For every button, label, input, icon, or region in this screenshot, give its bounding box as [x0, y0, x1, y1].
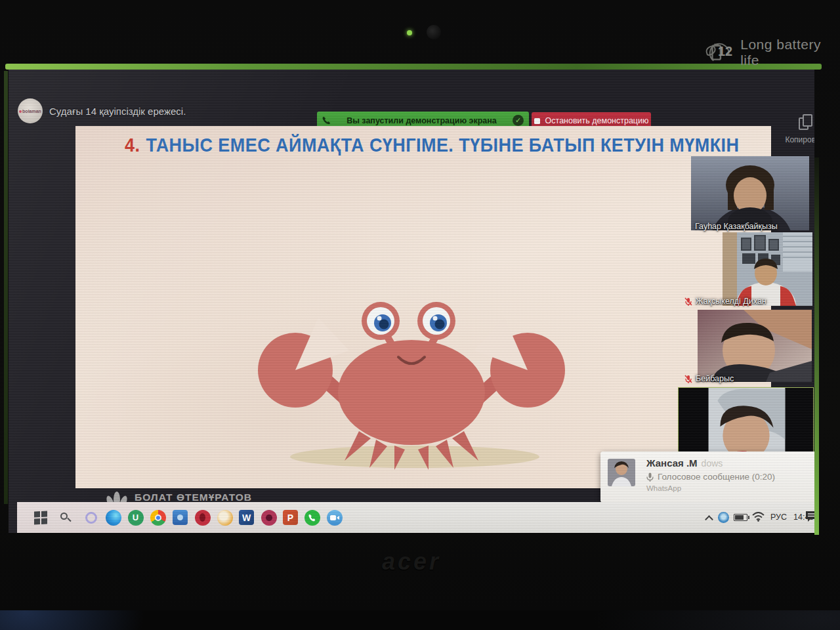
- participant-video-4[interactable]: [678, 387, 814, 458]
- sticker-hours: 12: [718, 44, 732, 59]
- battery-12h-icon: 12: [704, 38, 732, 67]
- room-background: 12 Long battery life bolaman Судағы 14 қ…: [0, 0, 840, 630]
- slide-title-text: ТАНЫС ЕМЕС АЙМАҚТА СҮНГІМЕ. ТҮБІНЕ БАТЫП…: [146, 134, 739, 156]
- meeting-logo-text: bolaman: [22, 109, 41, 114]
- stop-icon: [534, 118, 540, 124]
- copy-icon: [799, 114, 813, 131]
- tray-chevron-up-icon[interactable]: [705, 515, 713, 524]
- opera-icon: [195, 510, 211, 526]
- magenta-app-icon: [261, 510, 277, 526]
- notification-app: WhatsApp: [646, 484, 812, 492]
- windows-taskbar: U W: [17, 502, 814, 533]
- notification-avatar: [608, 459, 635, 486]
- taskbar-search-button[interactable]: [56, 509, 74, 526]
- bezel-green-trim-right: [814, 158, 819, 535]
- taskbar-icon-whatsapp[interactable]: [303, 509, 321, 526]
- copy-label: Копирова...: [783, 135, 814, 144]
- battery-life-sticker: 12 Long battery life: [704, 38, 840, 67]
- copy-control[interactable]: Копирова...: [783, 114, 814, 144]
- bezel-green-trim-top: [5, 64, 822, 70]
- share-banner-text: Вы запустили демонстрацию экрана: [331, 116, 513, 125]
- participant-2-label: Жақсыкелді Дихан: [684, 297, 766, 306]
- watermark-ghost-text: dows: [702, 458, 723, 469]
- notification-sender: Жансая .М: [646, 457, 698, 469]
- webcam-led: [407, 30, 412, 35]
- meeting-title: Судағы 14 қауіпсіздік ережесі.: [49, 106, 186, 117]
- zoom-icon: [327, 510, 343, 526]
- start-button[interactable]: [32, 509, 49, 526]
- chrome-icon: [150, 510, 166, 526]
- taskbar-icon-green-u-app[interactable]: U: [127, 509, 144, 526]
- shared-slide: 4.ТАНЫС ЕМЕС АЙМАҚТА СҮНГІМЕ. ТҮБІНЕ БАТ…: [75, 126, 771, 488]
- participant-video-1[interactable]: [691, 156, 809, 230]
- mic-muted-icon: [684, 375, 692, 383]
- search-icon: [60, 513, 70, 522]
- crab-illustration: [247, 284, 576, 477]
- participant-2-name: Жақсыкелді Дихан: [696, 297, 766, 306]
- participant-1-name: Гауһар Қазақбайқызы: [695, 222, 778, 231]
- taskbar-icon-edge[interactable]: [104, 509, 122, 526]
- notification-message: Голосовое сообщение (0:20): [658, 472, 775, 482]
- security-shield-icon[interactable]: ✓: [513, 115, 524, 126]
- taskbar-icon-chrome[interactable]: [149, 509, 167, 526]
- taskbar-icon-powerpoint[interactable]: P: [282, 509, 299, 526]
- slide-title-number: 4.: [125, 134, 140, 156]
- participant-3-label: Бейбарыс: [684, 374, 734, 383]
- participant-video-2[interactable]: [723, 232, 812, 306]
- participant-1-label: Гауһар Қазақбайқызы: [695, 222, 778, 231]
- acer-brand-logo: acer: [382, 548, 441, 576]
- amber-app-icon: [217, 510, 233, 526]
- sticker-text: Long battery life: [740, 37, 840, 68]
- language-indicator[interactable]: РУС: [770, 513, 787, 522]
- taskbar-icon-amber-app[interactable]: [216, 509, 234, 526]
- taskbar-icon-blue-app[interactable]: [171, 509, 189, 526]
- windows-logo-icon: [34, 511, 47, 524]
- blue-app-icon: [173, 510, 188, 525]
- bezel-green-trim-left: [4, 71, 8, 504]
- stop-share-label: Остановить демонстрацию: [545, 116, 649, 125]
- laptop-screen: bolaman Судағы 14 қауіпсіздік ережесі. В…: [9, 70, 814, 533]
- tray-app-icon[interactable]: [718, 512, 729, 523]
- webcam-lens: [427, 25, 441, 39]
- participant-3-name: Бейбарыс: [696, 374, 734, 383]
- participant-video-3[interactable]: [698, 310, 812, 382]
- voice-message-icon: [646, 472, 654, 482]
- taskbar-icon-opera[interactable]: [194, 509, 211, 526]
- slide-title: 4.ТАНЫС ЕМЕС АЙМАҚТА СҮНГІМЕ. ТҮБІНЕ БАТ…: [125, 134, 692, 156]
- whatsapp-notification[interactable]: Жансая .Мdows Голосовое сообщение (0:20)…: [600, 452, 814, 503]
- phone-icon: [322, 116, 331, 125]
- taskbar-icon-magenta-app[interactable]: [260, 509, 278, 526]
- taskbar-icon-zoom[interactable]: [326, 509, 343, 526]
- powerpoint-icon: P: [283, 510, 298, 525]
- mic-muted-icon: [684, 297, 692, 306]
- action-center-icon[interactable]: [805, 511, 814, 523]
- taskbar-icon-cortana[interactable]: [82, 509, 100, 526]
- edge-icon: [106, 510, 121, 526]
- taskbar-icon-word[interactable]: W: [238, 509, 255, 526]
- battery-icon[interactable]: [734, 514, 747, 521]
- meeting-logo: bolaman: [18, 98, 43, 123]
- cortana-icon: [85, 512, 97, 524]
- whatsapp-icon: [304, 510, 320, 526]
- green-u-app-icon: U: [128, 510, 144, 526]
- wifi-icon[interactable]: [752, 512, 765, 522]
- word-icon: W: [239, 510, 254, 525]
